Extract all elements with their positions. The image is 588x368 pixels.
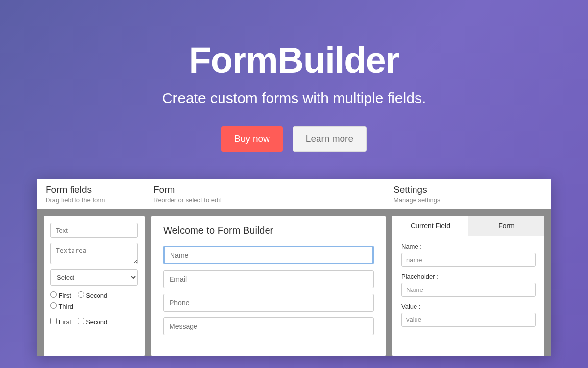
setting-placeholder-label: Placeholder : [401,273,536,280]
fields-subtitle: Drag field to the form [46,196,153,204]
radio-option-first[interactable]: First [50,292,71,299]
palette-textarea-field[interactable] [50,243,138,264]
palette-radio-group: First Second Third [50,290,138,312]
tab-form[interactable]: Form [468,216,544,236]
form-subtitle: Reorder or select to edit [153,196,393,204]
app-preview: Form fields Drag field to the form Form … [37,179,551,356]
palette-select-field[interactable]: Select [50,269,138,286]
setting-value-label: Value : [401,303,536,310]
fields-title: Form fields [46,184,153,195]
form-title-header: Form [153,184,393,195]
radio-option-third[interactable]: Third [50,303,73,310]
hero-title: FormBuilder [189,39,399,81]
settings-title-header: Settings [393,184,542,195]
check-option-first[interactable]: First [50,318,71,326]
cta-row: Buy now Learn more [221,126,367,152]
column-headers: Form fields Drag field to the form Form … [37,179,551,209]
form-preview-title: Welcome to Form Builder [163,225,374,236]
form-input-name[interactable] [163,246,374,264]
setting-name-label: Name : [401,243,536,250]
field-palette-panel: Select First Second Third First Second [44,216,145,356]
form-column-header: Form Reorder or select to edit [153,184,393,204]
setting-placeholder-input[interactable] [401,283,536,297]
setting-name-input[interactable] [401,253,536,267]
tab-current-field[interactable]: Current Field [392,216,468,236]
setting-value-input[interactable] [401,313,536,327]
check-option-second[interactable]: Second [78,318,108,326]
fields-column-header: Form fields Drag field to the form [46,184,153,204]
settings-tabs: Current Field Form [392,216,544,236]
settings-body: Name : Placeholder : Value : [392,236,544,340]
form-input-phone[interactable] [163,294,374,312]
form-input-email[interactable] [163,270,374,288]
learn-more-button[interactable]: Learn more [293,126,367,152]
hero-subtitle: Create custom forms with multiple fields… [162,90,426,106]
palette-text-field[interactable] [50,223,138,238]
settings-subtitle: Manage settings [393,196,542,204]
radio-option-second[interactable]: Second [78,292,108,299]
settings-column-header: Settings Manage settings [393,184,542,204]
form-preview-panel: Welcome to Form Builder [151,216,386,356]
panels-row: Select First Second Third First Second W… [37,209,551,356]
settings-panel: Current Field Form Name : Placeholder : … [392,216,544,356]
form-input-message[interactable] [163,317,374,335]
buy-now-button[interactable]: Buy now [221,126,283,152]
palette-checkbox-group: First Second [50,317,138,328]
